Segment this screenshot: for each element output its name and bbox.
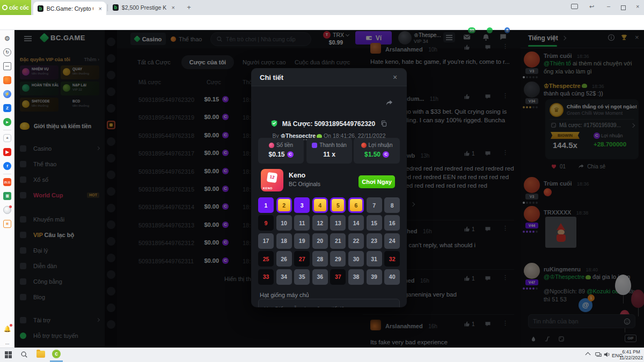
share-bet-icon[interactable] (385, 99, 393, 107)
keno-cell[interactable]: 9 (258, 215, 274, 231)
keno-cell[interactable]: 17 (258, 233, 274, 249)
keno-cell[interactable]: 25 (258, 251, 274, 267)
keno-cell[interactable]: 37 (330, 269, 346, 285)
play-now-button[interactable]: Chơi Ngay (358, 175, 395, 188)
close-window-icon[interactable]: × (636, 3, 639, 10)
keno-cell[interactable]: 34 (276, 269, 292, 285)
keno-cell[interactable]: 3 (294, 197, 310, 213)
tab-divider (107, 4, 108, 11)
game-provider: BC Originals (289, 181, 320, 187)
facebook-icon[interactable]: f (3, 162, 11, 170)
stat-amount-card: Số tiền $0.15C (258, 138, 304, 164)
keno-cell[interactable]: 35 (294, 269, 310, 285)
keno-cell[interactable]: 15 (367, 215, 382, 231)
keno-cell[interactable]: 16 (384, 215, 400, 231)
keno-cell[interactable]: 26 (276, 251, 292, 267)
taskbar-clock[interactable]: 6:41 PM 11/22/2022 (619, 349, 643, 361)
more-icon[interactable]: … (3, 339, 11, 347)
verified-shield-icon (270, 120, 278, 127)
stat-value: $0.15 (268, 151, 284, 158)
hot-deals-icon[interactable] (3, 76, 11, 84)
keno-cell[interactable]: 36 (312, 269, 328, 285)
coccoc-brand-button[interactable]: cốc cốc (0, 0, 31, 15)
notification-bell-icon[interactable]: 🔔 (3, 325, 11, 333)
modal-close-icon[interactable]: × (393, 73, 397, 82)
restore-tab-icon[interactable]: ↩ (589, 3, 594, 10)
keno-cell[interactable]: 24 (384, 233, 400, 249)
keno-cell[interactable]: 23 (367, 233, 382, 249)
browser-tab-bcgame[interactable]: b BC.Game: Crypto Casino Gam × (33, 2, 106, 15)
start-button[interactable] (5, 351, 12, 358)
stat-value: 11 x (323, 151, 335, 158)
keno-cell[interactable]: 7 (367, 197, 382, 213)
youtube-icon[interactable]: ▶ (3, 148, 11, 156)
tab-close-icon[interactable]: × (99, 5, 102, 12)
keno-cell[interactable]: 40 (384, 269, 400, 285)
keno-cell[interactable]: 38 (348, 269, 364, 285)
new-tab-button[interactable]: + (185, 3, 193, 12)
messenger-icon[interactable]: ⚡ (3, 90, 11, 98)
keno-cell[interactable]: 10 (276, 215, 292, 231)
keno-cell[interactable]: 33 (258, 269, 274, 285)
screen: cốc cốc b BC.Game: Crypto Casino Gam × b… (0, 0, 644, 362)
server-seed-box[interactable] (258, 299, 400, 307)
keno-game-icon: 12 KENO (261, 169, 283, 191)
keno-cell[interactable]: 20 (312, 233, 328, 249)
coin-icon: C (287, 151, 294, 158)
football-icon[interactable] (3, 206, 11, 214)
keno-cell[interactable]: 14 (348, 215, 364, 231)
capture-icon[interactable] (571, 4, 578, 10)
volume-icon[interactable] (603, 351, 611, 358)
zalo-icon[interactable]: Z (3, 104, 11, 112)
network-icon[interactable] (595, 351, 602, 358)
keno-icon-tile: 12 (267, 172, 277, 183)
keno-cell[interactable]: 31 (367, 251, 382, 267)
keno-cell[interactable]: 1 (258, 197, 274, 213)
server-seed-input[interactable] (264, 306, 393, 307)
keno-grid: 1 2 3 4 5 6 7 8 9 10 11 12 (258, 197, 400, 285)
add-shortcut-icon[interactable]: + (3, 134, 11, 142)
tab-title: BC.Game: Crypto Casino Gam (47, 5, 93, 12)
browser-tab-keno-promo[interactable]: b $2,500 Prestige Keno Multipl × (108, 0, 179, 15)
coccoc-taskbar-icon[interactable]: c (52, 350, 61, 358)
news-feed-icon[interactable] (3, 62, 11, 70)
tasks-icon[interactable]: ≣ (3, 192, 11, 200)
games-icon[interactable]: ▸ (3, 118, 11, 126)
sale-event-icon[interactable]: 25.11 (3, 178, 11, 186)
keno-cell[interactable]: 5 (330, 197, 346, 213)
minimize-icon[interactable]: – (607, 3, 610, 9)
keno-cell[interactable]: 18 (276, 233, 292, 249)
taskbar-search-icon[interactable] (20, 351, 28, 358)
keno-cell[interactable]: 19 (294, 233, 310, 249)
stat-label: Lợi nhuận (369, 142, 393, 148)
windows-taskbar (0, 348, 644, 362)
keno-cell[interactable]: 4 (312, 197, 328, 213)
stat-label: Thanh toán (319, 142, 347, 148)
cart-icon[interactable]: ⌗ (3, 220, 11, 228)
modal-title: Chi tiết (260, 73, 283, 82)
bet-id-value: 50931895449762320 (314, 120, 375, 128)
copy-icon[interactable] (380, 120, 387, 127)
history-icon[interactable]: ↻ (3, 48, 11, 56)
file-explorer-icon[interactable] (36, 351, 45, 358)
keno-cell[interactable]: 29 (330, 251, 346, 267)
tab-close-icon[interactable]: × (172, 4, 175, 11)
keno-cell[interactable]: 28 (312, 251, 328, 267)
keno-cell[interactable]: 22 (348, 233, 364, 249)
keno-cell[interactable]: 2 (276, 197, 292, 213)
keno-cell[interactable]: 30 (348, 251, 364, 267)
keno-cell[interactable]: 13 (330, 215, 346, 231)
keno-cell[interactable]: 8 (384, 197, 400, 213)
keno-cell[interactable]: 11 (294, 215, 310, 231)
maximize-icon[interactable] (621, 5, 626, 11)
settings-gear-icon[interactable]: ⚙ (3, 34, 11, 42)
keno-cell[interactable]: 39 (367, 269, 382, 285)
keno-cell[interactable]: 32 (384, 251, 400, 267)
keno-cell[interactable]: 6 (348, 197, 364, 213)
keno-cell[interactable]: 27 (294, 251, 310, 267)
piggy-icon (269, 143, 274, 148)
keno-cell[interactable]: 12 (312, 215, 328, 231)
keno-cell[interactable]: 21 (330, 233, 346, 249)
game-name: Keno (289, 172, 305, 179)
browser-address-bar: ← → ↻ bc.game/vi/game/keno ☆ ↓ (0, 15, 644, 30)
